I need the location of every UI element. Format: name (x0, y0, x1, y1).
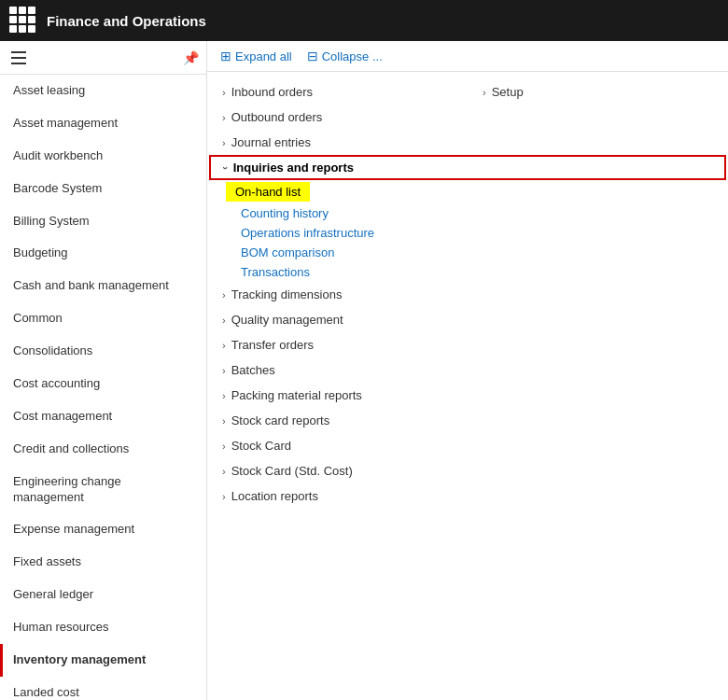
sidebar-item-billing-system[interactable]: Billing System (0, 205, 206, 238)
content-toolbar: ⊞ Expand all ⊟ Collapse ... (207, 41, 728, 72)
submenu-item-operations-infrastructure[interactable]: Operations infrastructure (226, 223, 728, 243)
apps-icon[interactable] (9, 7, 37, 35)
sidebar-item-human-resources[interactable]: Human resources (0, 611, 206, 644)
section-inquiries-and-reports: ›Inquiries and reportsOn-hand listCounti… (207, 155, 728, 282)
menu-item-batches[interactable]: ›Batches (207, 357, 728, 383)
left-column: ›Inbound orders›Outbound orders›Journal … (207, 79, 468, 155)
expand-icon: ⊞ (220, 49, 231, 63)
sidebar-item-barcode-system[interactable]: Barcode System (0, 173, 206, 205)
menu-item-journal-entries[interactable]: ›Journal entries (207, 130, 468, 155)
sidebar-item-expense-management[interactable]: Expense management (0, 513, 206, 546)
menu-item-inbound-orders[interactable]: ›Inbound orders (207, 79, 468, 105)
main-layout: 📌 Asset leasingAsset managementAudit wor… (0, 41, 728, 700)
sidebar-item-common[interactable]: Common (0, 302, 206, 335)
hamburger-icon[interactable] (7, 48, 30, 68)
top-menu-columns: ›Inbound orders›Outbound orders›Journal … (207, 79, 728, 155)
sidebar-item-asset-management[interactable]: Asset management (0, 107, 206, 140)
menu-item-stock-card-reports[interactable]: ›Stock card reports (207, 408, 728, 433)
sidebar-item-landed-cost[interactable]: Landed cost (0, 677, 206, 700)
sidebar-item-consolidations[interactable]: Consolidations (0, 335, 206, 368)
sidebar-item-inventory-management[interactable]: Inventory management (0, 644, 206, 677)
submenu-item-on-hand-list[interactable]: On-hand list (226, 182, 310, 202)
sidebar-list: Asset leasingAsset managementAudit workb… (0, 75, 206, 700)
sidebar-item-general-ledger[interactable]: General ledger (0, 579, 206, 611)
submenu-inquiries: On-hand listCounting historyOperations i… (207, 180, 728, 282)
menu-item-inquiries-and-reports[interactable]: ›Inquiries and reports (209, 155, 726, 180)
menu-item-transfer-orders[interactable]: ›Transfer orders (207, 332, 728, 357)
sidebar: 📌 Asset leasingAsset managementAudit wor… (0, 41, 207, 700)
right-column: ›Setup (468, 79, 728, 155)
menu-item-outbound-orders[interactable]: ›Outbound orders (207, 105, 468, 130)
app-title: Finance and Operations (47, 13, 206, 29)
sidebar-item-audit-workbench[interactable]: Audit workbench (0, 140, 206, 173)
sidebar-toolbar: 📌 (0, 41, 206, 75)
collapse-label: Collapse ... (322, 49, 383, 63)
submenu-item-transactions[interactable]: Transactions (226, 262, 728, 282)
menu-item-stock-card-std.-cost[interactable]: ›Stock Card (Std. Cost) (207, 458, 728, 483)
expand-all-label: Expand all (235, 49, 292, 63)
submenu-item-bom-comparison[interactable]: BOM comparison (226, 243, 728, 262)
submenu-item-counting-history[interactable]: Counting history (226, 203, 728, 223)
sidebar-item-asset-leasing[interactable]: Asset leasing (0, 75, 206, 107)
menu-item-quality-management[interactable]: ›Quality management (207, 307, 728, 332)
menu-item-setup[interactable]: ›Setup (468, 79, 728, 105)
pin-icon[interactable]: 📌 (183, 50, 199, 65)
collapse-button[interactable]: ⊟ Collapse ... (307, 49, 383, 63)
menu-item-stock-card[interactable]: ›Stock Card (207, 433, 728, 458)
menu-item-location-reports[interactable]: ›Location reports (207, 483, 728, 509)
content-scroll: ›Inbound orders›Outbound orders›Journal … (207, 72, 728, 700)
expand-all-button[interactable]: ⊞ Expand all (220, 49, 292, 63)
sidebar-item-cost-management[interactable]: Cost management (0, 400, 206, 433)
sidebar-item-cost-accounting[interactable]: Cost accounting (0, 368, 206, 400)
sidebar-item-engineering-change-management[interactable]: Engineering change management (0, 466, 206, 514)
content-area: ⊞ Expand all ⊟ Collapse ... ›Inbound ord… (207, 41, 728, 700)
sidebar-item-credit-and-collections[interactable]: Credit and collections (0, 433, 206, 466)
menu-item-packing-material-reports[interactable]: ›Packing material reports (207, 383, 728, 408)
sidebar-item-budgeting[interactable]: Budgeting (0, 237, 206, 270)
top-bar: Finance and Operations (0, 0, 728, 41)
menu-item-tracking-dimensions[interactable]: ›Tracking dimensions (207, 282, 728, 307)
collapse-icon: ⊟ (307, 49, 318, 63)
sidebar-item-fixed-assets[interactable]: Fixed assets (0, 546, 206, 579)
sidebar-item-cash-and-bank-management[interactable]: Cash and bank management (0, 270, 206, 302)
